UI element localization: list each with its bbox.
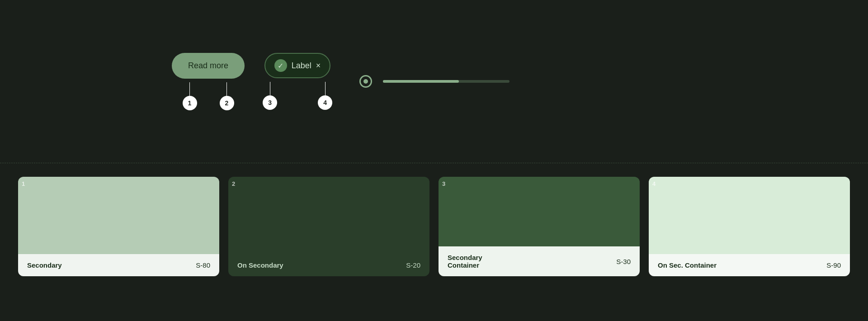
- swatch-card-3: 3 Secondary Container S-30: [439, 177, 640, 276]
- swatch-card-1: 1 Secondary S-80: [18, 177, 219, 276]
- read-more-button[interactable]: Read more: [172, 53, 245, 79]
- annotation-3-container: 3: [263, 82, 277, 110]
- slider-fill: [383, 80, 459, 83]
- annotation-4-line: [325, 82, 326, 95]
- swatch-bottom-4: On Sec. Container S-90: [649, 254, 850, 276]
- swatch-name-1: Secondary: [27, 261, 62, 269]
- check-circle: ✓: [274, 59, 287, 72]
- swatch-name-4: On Sec. Container: [658, 261, 717, 269]
- swatch-number-2: 2: [232, 180, 235, 187]
- swatch-bottom-3: Secondary Container S-30: [439, 246, 640, 276]
- label-annotations: 3 4: [263, 82, 332, 110]
- slider-track[interactable]: [383, 80, 509, 83]
- annotation-2-container: 2: [220, 82, 234, 110]
- swatch-number-3: 3: [442, 180, 445, 187]
- swatch-card-4: 4 On Sec. Container S-90: [649, 177, 850, 276]
- radio-button[interactable]: [359, 75, 372, 88]
- swatch-code-4: S-90: [826, 261, 841, 269]
- swatch-top-4: [649, 177, 850, 254]
- annotation-3-circle: 3: [263, 95, 277, 110]
- annotation-4-circle: 4: [318, 95, 332, 110]
- annotation-3-line: [270, 82, 270, 95]
- swatch-top-2: [228, 177, 429, 254]
- swatch-top-3: [439, 177, 640, 246]
- radio-slider-group: [359, 75, 509, 88]
- annotation-1-container: 1: [183, 82, 197, 110]
- swatch-number-4: 4: [652, 180, 656, 187]
- label-chip-container: ✓ Label × 3 4: [263, 53, 332, 110]
- annotation-1-line: [189, 82, 190, 96]
- bottom-section: 1 Secondary S-80 2 On Secondary S-20 3 S…: [0, 163, 868, 321]
- swatch-code-1: S-80: [196, 261, 210, 269]
- swatch-top-1: [18, 177, 219, 254]
- swatch-bottom-2: On Secondary S-20: [228, 254, 429, 276]
- read-more-container: Read more 1 2: [172, 53, 245, 110]
- label-chip: ✓ Label ×: [264, 53, 331, 78]
- top-section: Read more 1 2 ✓ Label × 3 4: [0, 0, 868, 163]
- swatch-number-1: 1: [22, 180, 25, 187]
- swatch-name-3: Secondary Container: [448, 254, 482, 269]
- swatch-name-2: On Secondary: [237, 261, 283, 269]
- swatch-bottom-1: Secondary S-80: [18, 254, 219, 276]
- swatch-code-3: S-30: [616, 258, 631, 265]
- swatch-code-2: S-20: [406, 261, 420, 269]
- annotation-1-circle: 1: [183, 96, 197, 110]
- annotation-2-line: [226, 82, 227, 96]
- annotation-2-circle: 2: [220, 96, 234, 110]
- annotation-4-container: 4: [318, 82, 332, 110]
- read-more-annotations: 1 2: [183, 82, 234, 110]
- chip-close-button[interactable]: ×: [316, 61, 321, 71]
- swatch-card-2: 2 On Secondary S-20: [228, 177, 429, 276]
- chip-label-text: Label: [292, 61, 311, 71]
